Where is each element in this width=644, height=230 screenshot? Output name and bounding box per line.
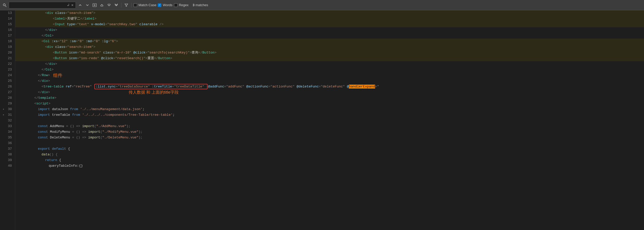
filter-button[interactable] [123,2,129,8]
line-numbers: 13 14 15 16 17 18 19 20 21 22 23 24 25 2… [0,10,15,230]
code-line-39: return { [15,157,644,163]
line-13: 13 [2,10,12,16]
code-line-26: <tree-table ref="recTree" :list.sync="tr… [15,84,644,90]
line-24: 24 [2,73,12,78]
words-label: Words [163,3,172,7]
code-line-24: </Row> 组件 [15,73,644,78]
search-bar: handlerExpand ↲ ✕ Match Case [0,0,644,10]
code-line-31: import treeTable from './../../../compon… [15,112,644,118]
line-25: 25 [2,78,12,84]
line-28: 28 [2,95,12,101]
separator2 [131,3,131,7]
code-line-33: const AddMenu = () => import("./AddMenu.… [15,123,644,129]
line-22: 22 [2,61,12,67]
line-33: 33 [2,123,12,129]
code-line-34: const ModifyMenu = () => import("./Modif… [15,129,644,135]
search-input[interactable]: handlerExpand [11,3,65,7]
match-case-option[interactable]: Match Case [134,3,156,7]
match-case-label: Match Case [138,3,156,7]
code-area[interactable]: <div class="search-item"> <label>关键字二</l… [15,10,644,230]
match-case-checkbox[interactable] [134,3,137,7]
code-line-15: <Input type="text" v-model="searchKey.tw… [15,22,644,27]
line-39: 39 [2,157,12,163]
line-30: ▸30 [2,107,12,112]
line-20: 20 [2,50,12,56]
words-option[interactable]: ✓ Words [158,3,172,7]
code-line-23: </Col> [15,67,644,73]
line-32: 32 [2,118,12,123]
matches-count: 3 [193,3,194,7]
code-line-30: import dataJson from './../menuManagemen… [15,107,644,112]
code-line-22: </div> [15,61,644,67]
regex-option[interactable]: Regex [174,3,189,7]
collapse-down-button[interactable] [106,2,112,8]
code-line-18: <Col :xs="12" :sm="8" :md="8" :lg="6"> [15,39,644,44]
code-line-40: queryTableInfo:{} [15,163,644,169]
code-line-13: <div class="search-item"> [15,10,644,16]
svg-marker-7 [125,4,128,6]
expand-all-button[interactable] [113,2,119,8]
line-16: 16 [2,27,12,33]
line-37: 37 [2,146,12,152]
search-back-icon[interactable]: ↲ [67,3,70,7]
line-21: 21 [2,56,12,61]
code-line-28: </template> [15,95,644,101]
svg-line-1 [5,5,6,6]
collapse-up-button[interactable] [99,2,105,8]
code-line-17: </Col> [15,33,644,39]
code-line-20: <Button icon="md-search" class="m-r-10" … [15,50,644,56]
words-checkbox[interactable]: ✓ [158,3,161,7]
code-line-29: <script> [15,101,644,107]
code-line-38: data() { [15,152,644,157]
regex-checkbox[interactable] [174,3,178,7]
code-line-16: </div> [15,27,644,33]
code-line-37: export default { [15,146,644,152]
line-36: 36 [2,140,12,146]
editor: 13 14 15 16 17 18 19 20 21 22 23 24 25 2… [0,10,644,230]
line-34: 34 [2,129,12,135]
matches-text: 3 matches [193,3,208,7]
code-line-32 [15,118,644,123]
line-26: 26 [2,84,12,90]
annotation-line25: 组件 [53,73,62,78]
line-23: 23 [2,67,12,73]
separator1 [121,3,121,7]
prev-match-button[interactable] [77,2,83,8]
line-31: ▸31 [2,112,12,118]
search-input-wrap[interactable]: handlerExpand ↲ ✕ [9,2,76,8]
line-17: 17 [2,33,12,39]
code-line-27: </div> [15,90,644,95]
line-40: 40 [2,163,12,169]
line-27: 27 [2,90,12,95]
regex-label: Regex [179,3,189,7]
line-38: 38 [2,152,12,157]
select-all-button[interactable] [92,2,97,8]
code-line-14: <label>关键字二</label> [15,16,644,22]
line-35: 35 [2,135,12,140]
code-line-21: <Button icon="ios-redo" @click="resetSea… [15,56,644,61]
search-clear-icon[interactable]: ✕ [71,3,74,7]
line-29: 29 [2,101,12,107]
line-19: 19 [2,44,12,50]
search-icon [2,3,7,8]
code-line-25: </div> [15,78,644,84]
code-line-36 [15,140,644,146]
line-14: 14 [2,16,12,22]
next-match-button[interactable] [85,2,90,8]
line-15: 15 [2,22,12,27]
code-line-35: const DeleteMenu = () => import("./Delet… [15,135,644,140]
line-18: 18 [2,39,12,44]
code-line-19: <div class="search-item"> [15,44,644,50]
